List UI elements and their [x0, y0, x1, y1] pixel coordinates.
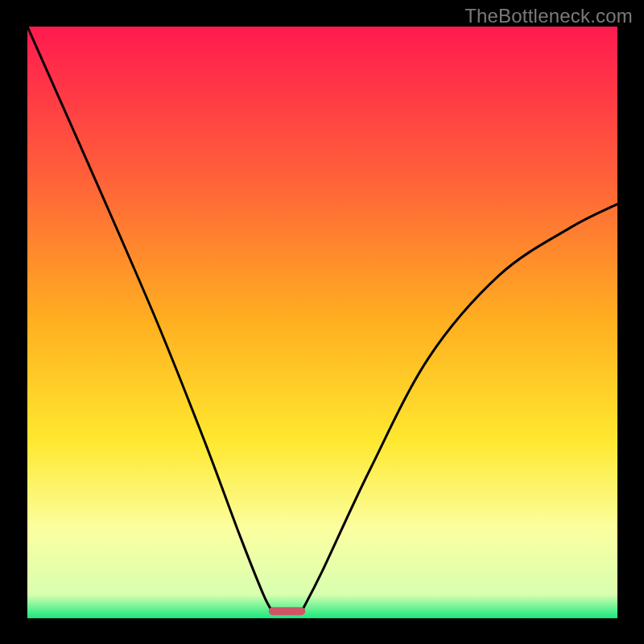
- valley-marker: [269, 607, 305, 615]
- outer-frame: TheBottleneck.com: [0, 0, 644, 644]
- chart-plot-area: [27, 27, 617, 618]
- chart-background: [27, 27, 617, 618]
- watermark-text: TheBottleneck.com: [464, 5, 633, 27]
- chart-svg: [27, 27, 617, 618]
